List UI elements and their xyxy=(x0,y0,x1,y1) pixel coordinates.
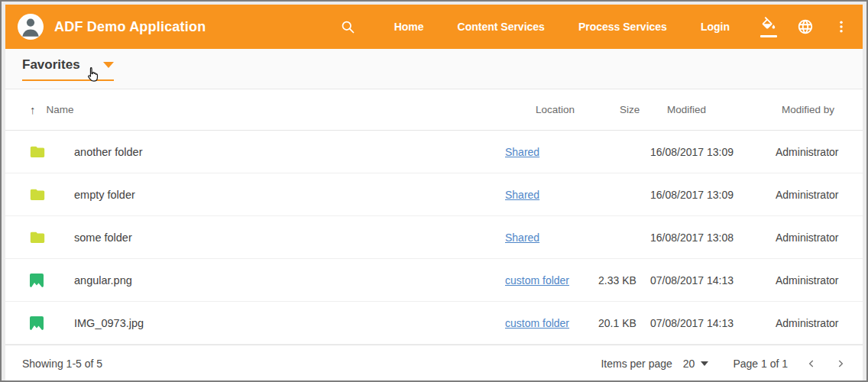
app-title: ADF Demo Application xyxy=(54,19,206,35)
chevron-down-icon xyxy=(103,62,114,68)
table-row[interactable]: another folder Shared 16/08/2017 13:09 A… xyxy=(5,131,863,173)
file-size: 20.1 KB xyxy=(597,317,644,329)
search-icon xyxy=(340,19,356,35)
location-cell: Shared xyxy=(505,189,597,201)
modified-date: 07/08/2017 14:13 xyxy=(644,274,766,286)
folder-icon xyxy=(30,188,45,201)
file-type-cell xyxy=(30,274,74,287)
column-header-modified-by[interactable]: Modified by xyxy=(766,104,843,115)
location-link[interactable]: Shared xyxy=(505,189,539,201)
nav-item-login[interactable]: Login xyxy=(701,21,730,33)
chevron-left-icon xyxy=(806,358,817,369)
table-row[interactable]: angular.png custom folder 2.33 KB 07/08/… xyxy=(5,259,863,302)
column-header-size[interactable]: Size xyxy=(597,104,644,115)
table-row[interactable]: some folder Shared 16/08/2017 13:08 Admi… xyxy=(5,216,863,259)
file-name: angular.png xyxy=(74,274,505,286)
globe-icon xyxy=(797,18,814,35)
location-link[interactable]: custom folder xyxy=(505,317,569,329)
favorites-dropdown[interactable]: Favorites xyxy=(22,57,114,81)
modified-by: Administrator xyxy=(766,274,843,286)
avatar xyxy=(18,14,44,40)
column-label-name: Name xyxy=(47,104,74,115)
previous-page-button[interactable] xyxy=(806,358,817,369)
column-header-modified[interactable]: Modified xyxy=(644,104,766,115)
next-page-button[interactable] xyxy=(835,358,846,369)
person-icon xyxy=(18,14,44,40)
folder-icon xyxy=(30,145,45,158)
file-name: some folder xyxy=(74,231,505,244)
location-link[interactable]: Shared xyxy=(505,146,539,158)
modified-date: 16/08/2017 13:09 xyxy=(644,189,766,201)
view-toolbar: Favorites xyxy=(5,49,863,89)
file-name: another folder xyxy=(74,146,505,158)
folder-icon xyxy=(30,231,45,244)
adf-demo-app: ADF Demo Application Home Content Servic… xyxy=(5,5,863,380)
column-header-name[interactable]: ↑ Name xyxy=(30,103,505,116)
sort-ascending-icon: ↑ xyxy=(30,103,36,116)
showing-range-label: Showing 1-5 of 5 xyxy=(22,358,102,370)
file-size: 2.33 KB xyxy=(597,274,644,286)
image-icon xyxy=(30,274,44,287)
language-button[interactable] xyxy=(797,18,814,35)
nav-item-home[interactable]: Home xyxy=(394,21,424,33)
table-header-row: ↑ Name Location Size Modified Modified b… xyxy=(5,89,863,131)
app-header: ADF Demo Application Home Content Servic… xyxy=(5,5,863,49)
file-name: empty folder xyxy=(74,189,505,201)
nav-item-process-services[interactable]: Process Services xyxy=(578,21,667,33)
location-link[interactable]: Shared xyxy=(505,231,539,244)
column-header-location[interactable]: Location xyxy=(505,104,597,115)
file-type-cell xyxy=(30,188,74,201)
chevron-right-icon xyxy=(835,358,846,369)
dropdown-arrow-icon xyxy=(701,361,708,366)
image-icon xyxy=(30,316,44,330)
file-name: IMG_0973.jpg xyxy=(74,317,505,329)
more-menu-button[interactable] xyxy=(834,18,849,35)
theme-picker-button[interactable] xyxy=(760,17,777,37)
file-type-cell xyxy=(30,316,74,330)
modified-date: 16/08/2017 13:08 xyxy=(644,231,766,244)
page-title: Favorites xyxy=(22,57,80,73)
kebab-menu-icon xyxy=(834,18,849,35)
modified-date: 07/08/2017 14:13 xyxy=(644,317,766,329)
location-cell: Shared xyxy=(505,231,597,244)
search-button[interactable] xyxy=(340,19,356,35)
nav-item-content-services[interactable]: Content Services xyxy=(458,21,545,33)
paint-bucket-icon xyxy=(760,17,777,34)
screenshot-frame: ADF Demo Application Home Content Servic… xyxy=(0,0,868,382)
file-type-cell xyxy=(30,145,74,158)
modified-date: 16/08/2017 13:09 xyxy=(644,146,766,158)
location-cell: custom folder xyxy=(505,317,597,329)
theme-underline xyxy=(760,35,777,37)
location-cell: Shared xyxy=(505,146,597,158)
file-type-cell xyxy=(30,231,74,244)
modified-by: Administrator xyxy=(766,146,843,158)
table-row[interactable]: IMG_0973.jpg custom folder 20.1 KB 07/08… xyxy=(5,302,863,345)
table-row[interactable]: empty folder Shared 16/08/2017 13:09 Adm… xyxy=(5,173,863,216)
paginator: Showing 1-5 of 5 Items per page 20 Page … xyxy=(5,345,863,380)
location-link[interactable]: custom folder xyxy=(505,274,569,286)
modified-by: Administrator xyxy=(766,231,843,244)
items-per-page-value: 20 xyxy=(683,358,695,370)
page-range-label: Page 1 of 1 xyxy=(733,358,788,370)
items-per-page-label: Items per page xyxy=(601,358,672,370)
table-body: another folder Shared 16/08/2017 13:09 A… xyxy=(5,131,863,345)
modified-by: Administrator xyxy=(766,189,843,201)
modified-by: Administrator xyxy=(766,317,843,329)
document-list: ↑ Name Location Size Modified Modified b… xyxy=(5,89,863,380)
items-per-page-dropdown[interactable]: Items per page 20 xyxy=(601,358,708,370)
location-cell: custom folder xyxy=(505,274,597,286)
